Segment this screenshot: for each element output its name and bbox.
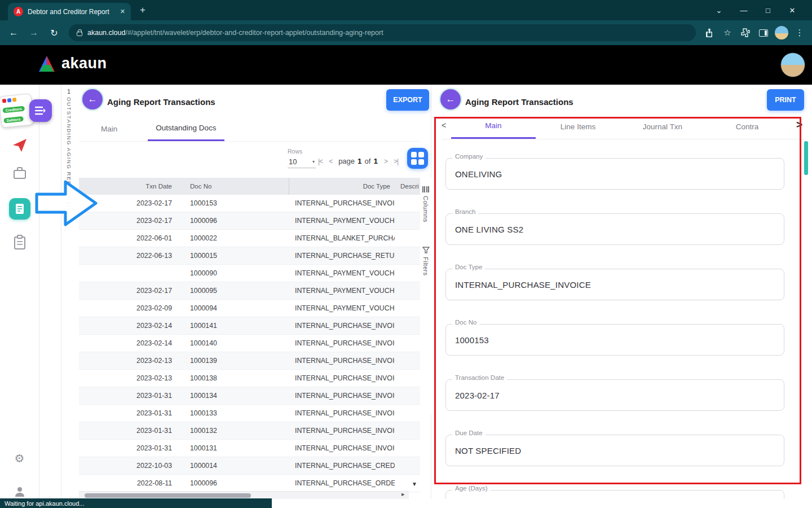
- horizontal-scrollbar[interactable]: [79, 491, 409, 499]
- tabs-scroll-left-icon[interactable]: <: [442, 121, 446, 130]
- user-avatar[interactable]: [780, 52, 805, 77]
- header-description[interactable]: Descri: [395, 183, 420, 190]
- url-bar[interactable]: akaun.cloud/#/applet/tnt/wavelet/erp/deb…: [69, 24, 696, 41]
- cell-txn-date: 2023-02-13: [79, 357, 178, 365]
- clipboard-applet-icon[interactable]: [13, 235, 27, 250]
- columns-tool[interactable]: Columns: [420, 186, 431, 222]
- filters-tool[interactable]: Filters: [420, 247, 431, 275]
- cell-txn-date: 2023-01-31: [79, 427, 178, 435]
- header-doc-type[interactable]: Doc Type: [289, 183, 395, 190]
- share-icon[interactable]: [701, 28, 717, 37]
- last-page-icon[interactable]: >|: [394, 157, 398, 165]
- left-back-button[interactable]: ←: [82, 89, 103, 110]
- field-input[interactable]: NOT SPECIFIED: [445, 435, 784, 466]
- account-person-icon[interactable]: [13, 485, 27, 498]
- field-input[interactable]: 2023-02-17: [445, 379, 784, 411]
- cell-doc-type: INTERNAL_PURCHASE_CREDIT_...: [289, 462, 395, 470]
- window-maximize-button[interactable]: □: [756, 0, 780, 20]
- table-row[interactable]: 2023-01-311000133INTERNAL_PURCHASE_INVOI…: [79, 405, 420, 422]
- filter-funnel-icon: [422, 247, 430, 253]
- grid-view-button[interactable]: [407, 148, 428, 169]
- back-button[interactable]: ←: [5, 24, 23, 42]
- menu-toggle-button[interactable]: [29, 99, 52, 122]
- form-field: CompanyONELIVING: [445, 153, 784, 200]
- tab-close-icon[interactable]: ✕: [120, 8, 125, 15]
- cell-txn-date: 2022-08-11: [79, 479, 178, 487]
- aging-report-applet-icon[interactable]: [9, 198, 30, 220]
- scrollbar-thumb[interactable]: [85, 493, 251, 498]
- cell-doc-type: INTERNAL_PURCHASE_ORDER: [289, 479, 395, 487]
- browser-titlebar: A Debtor and Creditor Report ✕ + ⌄ — □ ✕: [0, 0, 812, 20]
- table-row[interactable]: 2023-01-311000131INTERNAL_PURCHASE_INVOI…: [79, 440, 420, 457]
- table-row[interactable]: 2023-01-311000132INTERNAL_PURCHASE_INVOI…: [79, 422, 420, 440]
- url-text: akaun.cloud/#/applet/tnt/wavelet/erp/deb…: [87, 29, 383, 37]
- form-field: Doc TypeINTERNAL_PURCHASE_INVOICE: [445, 264, 784, 311]
- next-page-icon[interactable]: >: [384, 157, 387, 165]
- browser-tab[interactable]: A Debtor and Creditor Report ✕: [8, 3, 131, 20]
- table-row[interactable]: 2023-02-171000096INTERNAL_PAYMENT_VOUCHE…: [79, 212, 420, 230]
- table-row[interactable]: 2023-02-141000141INTERNAL_PURCHASE_INVOI…: [79, 317, 420, 335]
- cell-doc-type: INTERNAL_PAYMENT_VOUCHER: [289, 304, 395, 312]
- cell-txn-date: 2023-02-13: [79, 374, 178, 382]
- scroll-corner-icon[interactable]: ▼: [412, 481, 417, 487]
- browser-menu-icon[interactable]: ⋮: [792, 28, 807, 38]
- app-header: akaun: [0, 45, 812, 85]
- scroll-right-icon[interactable]: ▸: [401, 491, 405, 498]
- first-page-icon[interactable]: |<: [318, 157, 323, 165]
- tabs-scroll-right-icon[interactable]: >: [796, 119, 802, 131]
- bookmark-star-icon[interactable]: ☆: [720, 28, 735, 38]
- tab-outstanding-docs[interactable]: Outstanding Docs: [148, 116, 224, 141]
- table-row[interactable]: 2023-02-131000139INTERNAL_PURCHASE_INVOI…: [79, 352, 420, 370]
- table-row[interactable]: 2023-02-171000095INTERNAL_PAYMENT_VOUCHE…: [79, 282, 420, 300]
- tab-main[interactable]: Main: [451, 114, 536, 139]
- field-input[interactable]: ONELIVING: [445, 158, 784, 190]
- table-row[interactable]: 1000090INTERNAL_PAYMENT_VOUCHER: [79, 265, 420, 282]
- inventory-box-icon[interactable]: [12, 166, 27, 181]
- field-input[interactable]: [445, 490, 784, 499]
- tab-journal-txn[interactable]: Journal Txn: [620, 114, 705, 139]
- table-row[interactable]: 2022-06-011000022INTERNAL_BLANKET_PURCHA…: [79, 230, 420, 247]
- reload-button[interactable]: ↻: [45, 24, 63, 42]
- field-input[interactable]: ONE LIVING SS2: [445, 213, 784, 245]
- print-button[interactable]: PRINT: [767, 89, 804, 111]
- table-row[interactable]: 2022-08-111000096INTERNAL_PURCHASE_ORDER: [79, 475, 420, 492]
- export-button[interactable]: EXPORT: [386, 89, 429, 111]
- table-row[interactable]: 2023-01-311000134INTERNAL_PURCHASE_INVOI…: [79, 387, 420, 405]
- rows-select[interactable]: 10 ▾: [288, 156, 316, 168]
- field-label: Age (Days): [452, 485, 491, 492]
- field-input[interactable]: INTERNAL_PURCHASE_INVOICE: [445, 269, 784, 300]
- header-doc-no[interactable]: Doc No: [178, 178, 289, 195]
- right-scrollbar-thumb[interactable]: [804, 141, 808, 175]
- settings-gear-icon[interactable]: ⚙: [15, 452, 25, 465]
- new-tab-button[interactable]: +: [140, 5, 145, 16]
- tab-search-chevron-icon[interactable]: ⌄: [707, 0, 731, 20]
- menu-collapse-icon: [35, 106, 46, 115]
- field-value: INTERNAL_PURCHASE_INVOICE: [455, 280, 591, 290]
- applet-tab-strip[interactable]: 1 OUTSTANDING AGING REPORT LI: [61, 85, 77, 508]
- tab-main[interactable]: Main: [93, 116, 125, 141]
- logo-text: akaun: [61, 55, 107, 72]
- right-back-button[interactable]: ←: [440, 89, 461, 110]
- profile-avatar-small[interactable]: [774, 26, 789, 40]
- tab-line-items[interactable]: Line Items: [536, 114, 620, 139]
- tab-contra[interactable]: Contra: [705, 114, 789, 139]
- table-row[interactable]: 2023-02-141000140INTERNAL_PURCHASE_INVOI…: [79, 335, 420, 352]
- table-row[interactable]: 2023-02-171000153INTERNAL_PURCHASE_INVOI…: [79, 195, 420, 212]
- cell-doc-type: INTERNAL_PURCHASE_RETURN: [289, 252, 395, 260]
- prev-page-icon[interactable]: <: [329, 157, 332, 165]
- table-row[interactable]: 2022-10-031000014INTERNAL_PURCHASE_CREDI…: [79, 457, 420, 475]
- travel-applet-icon[interactable]: [12, 137, 28, 153]
- cell-doc-no: 1000134: [178, 392, 289, 400]
- side-panel-icon[interactable]: [756, 29, 771, 37]
- field-input[interactable]: 1000153: [445, 324, 784, 356]
- table-row[interactable]: 2022-06-131000015INTERNAL_PURCHASE_RETUR…: [79, 247, 420, 265]
- extensions-puzzle-icon[interactable]: [738, 28, 753, 37]
- window-close-button[interactable]: ✕: [780, 0, 804, 20]
- table-row[interactable]: 2023-02-091000094INTERNAL_PAYMENT_VOUCHE…: [79, 300, 420, 317]
- table-row[interactable]: 2023-02-131000138INTERNAL_PURCHASE_INVOI…: [79, 370, 420, 387]
- header-txn-date[interactable]: Txn Date: [79, 183, 178, 190]
- window-minimize-button[interactable]: —: [732, 0, 756, 20]
- form-field: Due DateNOT SPECIFIED: [445, 430, 784, 477]
- browser-toolbar: ← → ↻ akaun.cloud/#/applet/tnt/wavelet/e…: [0, 20, 812, 45]
- forward-button[interactable]: →: [25, 24, 43, 42]
